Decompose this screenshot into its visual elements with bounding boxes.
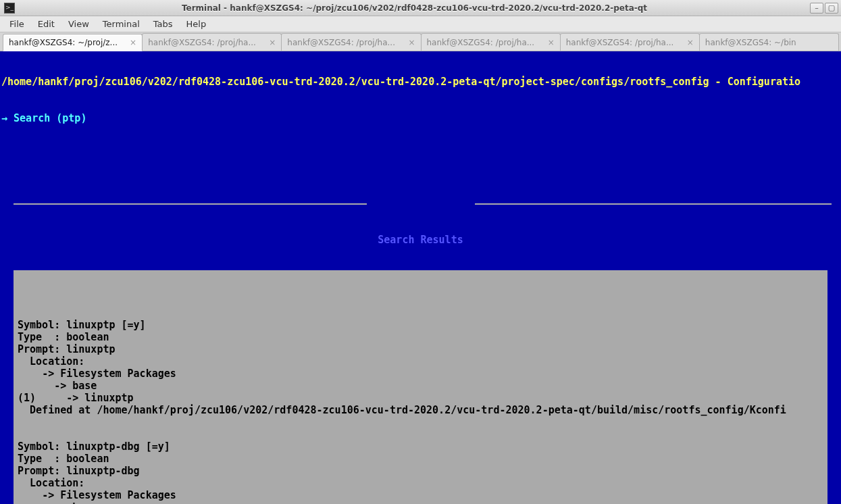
tab-label: hankf@XSZGS4: /proj/ha... (427, 38, 545, 47)
arrow-icon: → (1, 112, 7, 124)
kconfig-path: /home/hankf/proj/zcu106/v202/rdf0428-zcu… (0, 76, 841, 88)
window-titlebar: >_ Terminal - hankf@XSZGS4: ~/proj/zcu10… (0, 0, 841, 16)
menu-help[interactable]: Help (181, 18, 212, 30)
tab-1[interactable]: hankf@XSZGS4: /proj/ha... × (142, 33, 282, 51)
close-icon[interactable]: × (269, 38, 276, 47)
window-title: Terminal - hankf@XSZGS4: ~/proj/zcu106/v… (19, 3, 810, 13)
tab-label: hankf@XSZGS4: ~/proj/z... (9, 38, 127, 47)
terminal-app-icon: >_ (4, 3, 15, 14)
tab-0[interactable]: hankf@XSZGS4: ~/proj/z... × (3, 34, 143, 51)
dialog-title: Search Results (7, 234, 834, 246)
close-icon[interactable]: × (687, 38, 694, 47)
tab-2[interactable]: hankf@XSZGS4: /proj/ha... × (281, 33, 421, 51)
menu-tabs[interactable]: Tabs (148, 18, 178, 30)
minimize-button[interactable]: – (810, 3, 823, 14)
tab-label: hankf@XSZGS4: /proj/ha... (148, 38, 266, 47)
terminal-viewport[interactable]: /home/hankf/proj/zcu106/v202/rdf0428-zcu… (0, 51, 841, 504)
menubar: File Edit View Terminal Tabs Help (0, 16, 841, 32)
close-icon[interactable]: × (548, 38, 555, 47)
maximize-button[interactable]: ▢ (825, 3, 838, 14)
tab-label: hankf@XSZGS4: ~/bin (705, 38, 833, 47)
search-result-1: Symbol: linuxptp [=y] Type : boolean Pro… (18, 307, 823, 504)
search-results-body: Symbol: linuxptp [=y] Type : boolean Pro… (18, 295, 823, 504)
close-icon[interactable]: × (130, 38, 136, 47)
close-icon[interactable]: × (408, 38, 415, 47)
dialog-frame-top: Search Results (7, 197, 834, 209)
window-controls: – ▢ (810, 3, 838, 14)
tabbar: hankf@XSZGS4: ~/proj/z... × hankf@XSZGS4… (0, 32, 841, 51)
kconfig-search-line: → Search (ptp) (0, 112, 841, 124)
menu-edit[interactable]: Edit (32, 18, 60, 30)
tab-label: hankf@XSZGS4: /proj/ha... (566, 38, 684, 47)
tab-4[interactable]: hankf@XSZGS4: /proj/ha... × (560, 33, 700, 51)
tab-5[interactable]: hankf@XSZGS4: ~/bin (699, 33, 839, 51)
tab-3[interactable]: hankf@XSZGS4: /proj/ha... × (421, 33, 561, 51)
tab-label: hankf@XSZGS4: /proj/ha... (287, 38, 405, 47)
menu-view[interactable]: View (63, 18, 95, 30)
search-label: Search (ptp) (14, 112, 86, 124)
menu-terminal[interactable]: Terminal (97, 18, 145, 30)
menu-file[interactable]: File (4, 18, 30, 30)
